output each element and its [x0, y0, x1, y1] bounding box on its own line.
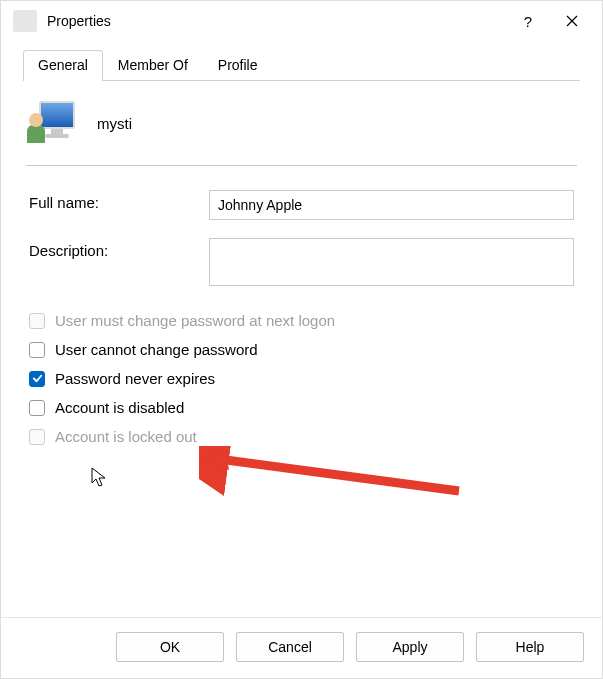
close-button[interactable] — [550, 5, 594, 37]
account-locked-out-label: Account is locked out — [55, 428, 197, 445]
must-change-password-row: User must change password at next logon — [29, 312, 574, 329]
username-label: mysti — [97, 115, 132, 132]
properties-window: Properties ? General Member Of Profile m… — [0, 0, 603, 679]
must-change-password-label: User must change password at next logon — [55, 312, 335, 329]
description-label: Description: — [29, 238, 209, 259]
dialog-content: General Member Of Profile mysti Full nam… — [1, 41, 602, 617]
help-button[interactable]: ? — [506, 5, 550, 37]
mouse-cursor-icon — [91, 467, 109, 489]
account-is-disabled-row[interactable]: Account is disabled — [29, 399, 574, 416]
apply-button[interactable]: Apply — [356, 632, 464, 662]
svg-line-1 — [211, 458, 459, 491]
form-rows: Full name: Description: — [23, 166, 580, 304]
account-is-disabled-checkbox[interactable] — [29, 400, 45, 416]
cannot-change-password-checkbox[interactable] — [29, 342, 45, 358]
user-summary: mysti — [23, 81, 580, 159]
ok-button[interactable]: OK — [116, 632, 224, 662]
full-name-label: Full name: — [29, 190, 209, 211]
user-icon — [31, 101, 75, 145]
account-is-disabled-label: Account is disabled — [55, 399, 184, 416]
must-change-password-checkbox — [29, 313, 45, 329]
checkbox-group: User must change password at next logon … — [23, 304, 580, 457]
window-title: Properties — [47, 13, 506, 29]
app-icon — [13, 10, 37, 32]
cancel-button[interactable]: Cancel — [236, 632, 344, 662]
tab-profile[interactable]: Profile — [203, 50, 273, 81]
tab-member-of[interactable]: Member Of — [103, 50, 203, 81]
tab-general[interactable]: General — [23, 50, 103, 81]
password-never-expires-label: Password never expires — [55, 370, 215, 387]
titlebar: Properties ? — [1, 1, 602, 41]
account-locked-out-row: Account is locked out — [29, 428, 574, 445]
cannot-change-password-label: User cannot change password — [55, 341, 258, 358]
password-never-expires-checkbox[interactable] — [29, 371, 45, 387]
help-dialog-button[interactable]: Help — [476, 632, 584, 662]
cannot-change-password-row[interactable]: User cannot change password — [29, 341, 574, 358]
full-name-field[interactable] — [209, 190, 574, 220]
description-field[interactable] — [209, 238, 574, 286]
account-locked-out-checkbox — [29, 429, 45, 445]
button-bar: OK Cancel Apply Help — [1, 617, 602, 678]
close-icon — [566, 15, 578, 27]
description-row: Description: — [29, 238, 574, 286]
password-never-expires-row[interactable]: Password never expires — [29, 370, 574, 387]
checkmark-icon — [32, 373, 43, 384]
tab-strip: General Member Of Profile — [23, 49, 580, 81]
full-name-row: Full name: — [29, 190, 574, 220]
